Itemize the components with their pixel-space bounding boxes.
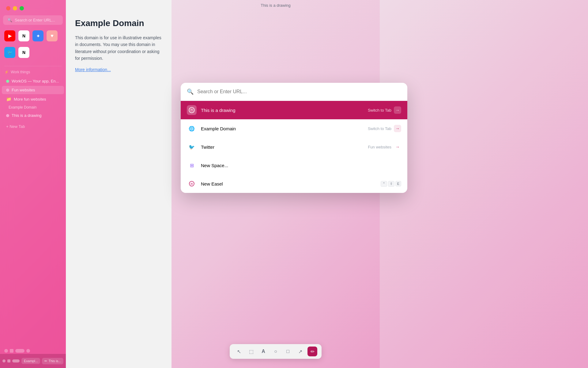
notion-icon[interactable]: N — [18, 30, 29, 41]
folder-icon: 📁 — [6, 97, 11, 102]
result-twitter-meta: Fun websites → — [368, 143, 401, 151]
result-item-example[interactable]: 🌐 Example Domain Switch to Tab → — [181, 119, 407, 138]
e-key: E — [395, 181, 401, 186]
result-twitter-arrow: → — [394, 143, 401, 151]
sidebar-pill-ctrl — [12, 359, 20, 362]
bottom-tab-example[interactable]: Exampl... — [21, 358, 40, 364]
sidebar-bottom-dot — [4, 349, 8, 353]
result-example-arrow: → — [394, 125, 401, 132]
sidebar-bottom-square — [10, 349, 13, 353]
minimize-button[interactable] — [13, 6, 17, 10]
drawing-tab-icon: ✏ — [44, 359, 47, 363]
sidebar-item-workos[interactable]: WorkOS — Your app, En... — [2, 77, 64, 85]
result-example-action: Switch to Tab — [368, 126, 391, 131]
result-example-meta: Switch to Tab → — [368, 125, 401, 132]
sidebar-bottom-plus — [26, 349, 30, 353]
result-example-label: Example Domain — [201, 126, 368, 131]
result-item-drawing[interactable]: This is a drawing Switch to Tab → — [181, 101, 407, 119]
sidebar-traffic-red — [2, 359, 6, 362]
sidebar-search[interactable]: 🔍 Search or Enter URL... — [3, 15, 63, 25]
sidebar-item-more-fun[interactable]: 📁 More fun websites — [2, 95, 64, 103]
sidebar-bottom-pill — [15, 349, 24, 353]
result-drawing-action: Switch to Tab — [368, 108, 391, 113]
star-icon[interactable]: ✦ — [32, 30, 43, 41]
shift-key: ⇧ — [388, 181, 394, 187]
result-drawing-icon — [187, 105, 197, 115]
twitter-icon[interactable]: 🐦 — [4, 47, 15, 58]
sidebar-icon-row-1: ▶ N ✦ ♥ — [0, 29, 66, 43]
search-modal: 🔍 This is a drawing Switch to Tab → 🌐 Ex… — [181, 83, 407, 193]
work-things-icon: ⚡ — [4, 70, 9, 74]
fun-websites-dot — [6, 89, 9, 92]
result-item-new-easel[interactable]: New Easel ⌃ ⇧ E — [181, 174, 407, 193]
ctrl-key: ⌃ — [381, 181, 387, 187]
result-twitter-icon: 🐦 — [187, 142, 197, 152]
sidebar-search-label: Search or Enter URL... — [15, 18, 55, 22]
notion2-icon[interactable]: N — [18, 47, 29, 58]
result-drawing-meta: Switch to Tab → — [368, 106, 401, 114]
bottom-tab-drawing[interactable]: ✏ This is... — [42, 358, 63, 364]
youtube-icon[interactable]: ▶ — [4, 30, 15, 41]
result-twitter-action: Fun websites — [368, 145, 391, 149]
result-item-twitter[interactable]: 🐦 Twitter Fun websites → — [181, 138, 407, 156]
sidebar-divider — [4, 66, 62, 66]
sidebar-icon-row-2: 🐦 N — [0, 45, 66, 60]
maximize-button[interactable] — [20, 6, 24, 10]
sidebar-item-drawing[interactable]: This is a drawing — [2, 111, 64, 120]
close-button[interactable] — [6, 6, 10, 10]
new-tab-button[interactable]: + New Tab — [2, 122, 64, 131]
heart-icon[interactable]: ♥ — [47, 30, 58, 41]
sidebar-item-fun-websites[interactable]: Fun websites — [2, 86, 64, 94]
result-twitter-label: Twitter — [201, 144, 368, 150]
result-globe-icon: 🌐 — [187, 124, 197, 133]
modal-search-icon: 🔍 — [187, 88, 194, 95]
workos-dot — [6, 80, 9, 83]
sidebar-bottom-tabs: Exampl... ✏ This is... — [0, 354, 66, 368]
result-item-new-space[interactable]: ⊞ New Space... — [181, 156, 407, 174]
result-drawing-arrow: → — [394, 106, 401, 114]
sidebar: 🔍 Search or Enter URL... ▶ N ✦ ♥ 🐦 N ⚡ W… — [0, 0, 66, 368]
result-space-icon: ⊞ — [187, 160, 197, 170]
result-easel-shortcut: ⌃ ⇧ E — [381, 181, 401, 187]
sidebar-section-label: ⚡ Work things — [0, 69, 66, 75]
result-space-label: New Space... — [201, 163, 401, 168]
result-easel-icon — [187, 179, 197, 189]
search-input[interactable] — [197, 89, 401, 94]
window-controls — [6, 6, 24, 10]
result-easel-label: New Easel — [201, 181, 381, 186]
sidebar-sub-items: Example Domain — [0, 104, 66, 111]
drawing-dot — [6, 114, 9, 117]
search-icon: 🔍 — [7, 18, 12, 22]
search-input-row: 🔍 — [181, 83, 407, 101]
svg-point-0 — [189, 107, 194, 113]
sidebar-square-ctrl — [7, 359, 10, 362]
result-drawing-label: This is a drawing — [201, 108, 368, 113]
sidebar-item-example-domain[interactable]: Example Domain — [4, 104, 64, 111]
